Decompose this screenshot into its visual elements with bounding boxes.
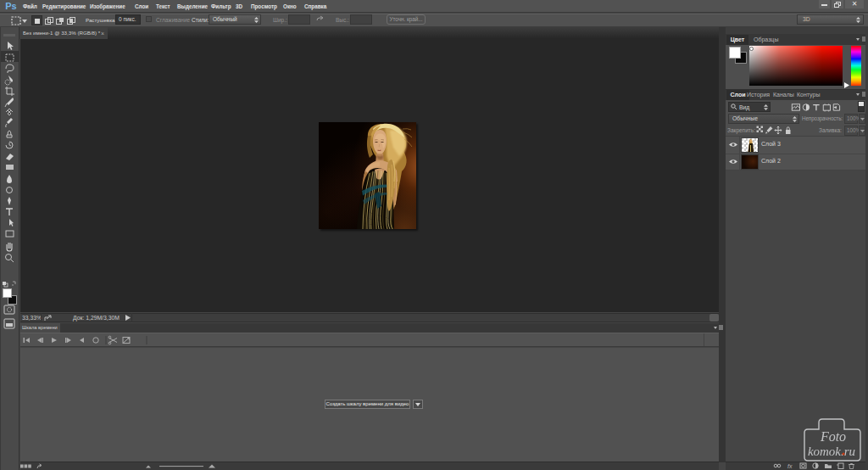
svg-text:fx: fx: [787, 463, 793, 469]
svg-text:komok.ru: komok.ru: [808, 445, 855, 458]
svg-text:Foto: Foto: [820, 429, 846, 444]
